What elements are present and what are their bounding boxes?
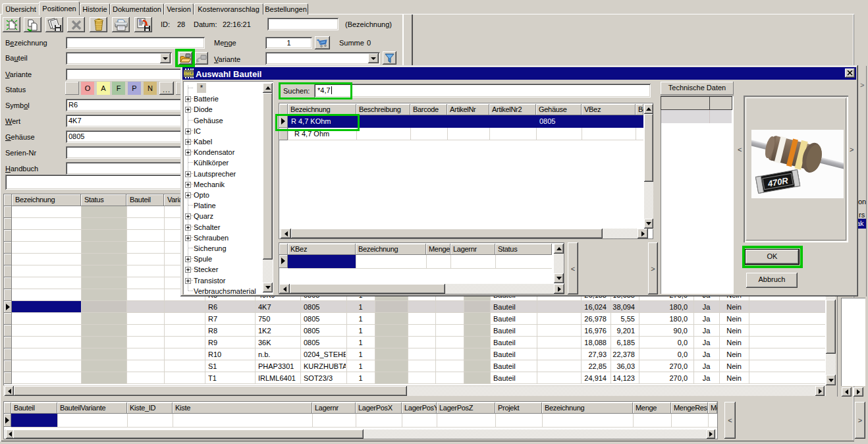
svg-text:EleLa: EleLa (184, 71, 194, 76)
